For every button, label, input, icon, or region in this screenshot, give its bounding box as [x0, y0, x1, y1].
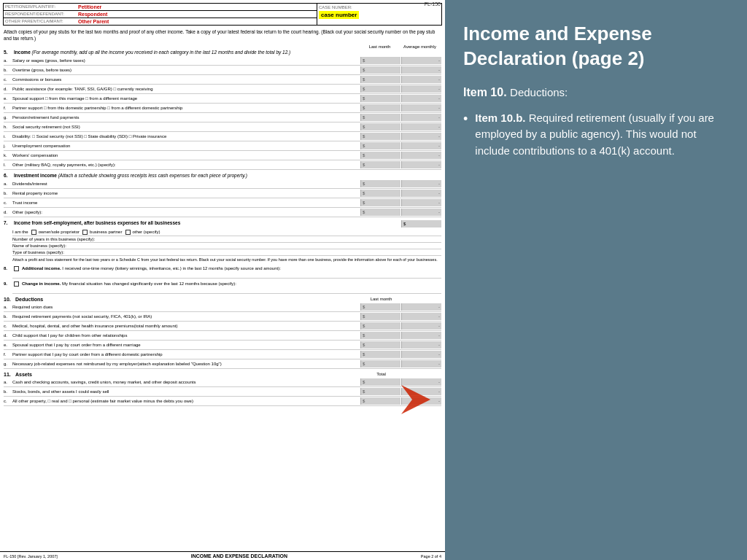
last-month-field [360, 114, 400, 121]
footer-page: Page 2 of 4 [421, 554, 441, 559]
row-letter: e. [4, 96, 12, 101]
row-label: Other (military BAQ, royalty payments, e… [12, 163, 360, 167]
row-letter: i. [4, 134, 12, 139]
avg-monthly-field: - [401, 322, 441, 330]
row-label: Overtime (gross, before taxes) [12, 68, 360, 72]
form-body: Last month Average monthly 5. Income (Fo… [0, 44, 445, 406]
avg-monthly-field: - [401, 190, 441, 197]
section9-text: My financial situation has changed signi… [62, 281, 236, 286]
row-label: Disability: □ Social security (not SSI) … [12, 134, 360, 139]
last-month-field [360, 123, 400, 131]
section10-row: c. Medical, hospital, dental, and other … [4, 322, 441, 331]
row-label: Unemployment compensation [12, 144, 360, 148]
dollar-pair: - [360, 123, 441, 131]
row-label: Child support that I pay for children fr… [12, 333, 360, 338]
bullet-text: Item 10.b. Required retirement (usually … [475, 110, 729, 160]
section9-content: 9. Change in income. My financial situat… [4, 281, 441, 287]
section7-num: 7. [4, 220, 11, 228]
section11-title: Assets [15, 372, 32, 377]
section5-title: Income [14, 50, 31, 55]
section-10: 10. Deductions Last month a. Required un… [4, 297, 441, 369]
dollar-pair: - [360, 190, 441, 197]
last-month-field [360, 142, 400, 149]
row-label: Spousal support □ from this marriage □ f… [12, 96, 360, 101]
dollar-pair: - [360, 209, 441, 216]
respondent-value: Respondent [78, 12, 107, 17]
row-letter: a. [4, 305, 12, 309]
row-letter: k. [4, 153, 12, 158]
avg-monthly-field: - [401, 76, 441, 83]
last-month-field [360, 180, 400, 187]
row-label: Workers' compensation [12, 153, 360, 158]
avg-monthly-field: - [401, 360, 441, 368]
last-month-field [360, 351, 400, 358]
avg-monthly-field: - [401, 180, 441, 187]
last-month-field [360, 95, 400, 102]
row-label: Partner support that I pay by court orde… [12, 352, 360, 357]
section6-rows: a. Dividends/interest - b. Rental proper… [4, 179, 441, 217]
section10-title: Deductions [15, 297, 43, 302]
form-header: PETITIONER/PLAINTIFF: Petitioner RESPOND… [3, 3, 442, 26]
dollar-pair: - [360, 161, 441, 168]
row-letter: l. [4, 163, 12, 167]
bullet-dot: • [463, 110, 468, 160]
row-letter: c. [4, 399, 12, 403]
section5-num: 5. [4, 50, 11, 55]
section5-subtitle: (For average monthly, add up all the inc… [32, 50, 291, 55]
row-label: Necessary job-related expenses not reimb… [12, 362, 360, 366]
dollar-pair: - [360, 313, 441, 320]
row-letter: d. [4, 210, 12, 214]
section6-header: 6. Investment income (Attach a schedule … [4, 173, 441, 178]
case-number-value: case number [319, 11, 359, 19]
section5-row: d. Public assistance (for example: TANF,… [4, 85, 441, 94]
section6-row: a. Dividends/interest - [4, 179, 441, 189]
form-footer: FL-150 [Rev. January 1, 2007] INCOME AND… [0, 551, 445, 560]
section-7: 7. Income from self-employment, after bu… [4, 220, 441, 263]
section5-row: b. Overtime (gross, before taxes) - [4, 66, 441, 75]
last-month-field [360, 66, 400, 74]
section10-row: d. Child support that I pay for children… [4, 331, 441, 341]
row-letter: f. [4, 352, 12, 357]
row-label: Rental property income [12, 191, 360, 195]
other-parent-row: OTHER PARENT/CLAIMANT: Other Parent [4, 18, 317, 25]
section5-header: 5. Income (For average monthly, add up a… [4, 50, 441, 55]
item-label: Item 10. [463, 86, 507, 98]
section-8: 8. Additional income. I received one-tim… [4, 266, 441, 279]
section6-row: c. Trust income - [4, 198, 441, 208]
dollar-pair: - [360, 332, 441, 339]
section11-col-total: Total [361, 372, 401, 376]
total-field [360, 388, 400, 395]
extra-field: - [401, 378, 441, 386]
avg-monthly-field: - [401, 133, 441, 140]
row-label: Partner support □ from this domestic par… [12, 106, 360, 110]
total-field [360, 397, 400, 405]
col-avg-monthly-header: Average monthly [400, 44, 440, 49]
row-label: Other (specify): [12, 210, 360, 214]
section8-input-line [12, 271, 441, 279]
last-month-field [360, 360, 400, 368]
row-letter: g. [4, 115, 12, 120]
row-label: Dividends/interest [12, 182, 360, 186]
row-letter: d. [4, 333, 12, 338]
avg-monthly-field: - [401, 123, 441, 131]
row-letter: b. [4, 314, 12, 319]
avg-monthly-field: - [401, 199, 441, 206]
case-number-label: CASE NUMBER: [319, 5, 440, 9]
section6-subtitle: (Attach a schedule showing gross receipt… [58, 173, 247, 178]
row-letter: d. [4, 87, 12, 91]
section7-row-1: I am the owner/sole proprietor business … [12, 229, 441, 236]
extra-field: - [401, 388, 441, 395]
row-letter: b. [4, 191, 12, 195]
extra-field: - [401, 397, 441, 405]
section-11: 11. Assets Total a. Cash and checking ac… [4, 372, 441, 406]
row-letter: f. [4, 106, 12, 110]
section8-text: I received one-time money (lottery winni… [62, 266, 280, 271]
dollar-pair: - [360, 303, 441, 311]
avg-monthly-field: - [401, 95, 441, 102]
section10-rows: a. Required union dues - b. Required ret… [4, 303, 441, 369]
last-month-field [360, 303, 400, 311]
last-month-field [360, 209, 400, 216]
section10-row: f. Partner support that I pay by court o… [4, 350, 441, 359]
item-text: Deductions: [510, 86, 568, 98]
avg-monthly-field: - [401, 85, 441, 93]
